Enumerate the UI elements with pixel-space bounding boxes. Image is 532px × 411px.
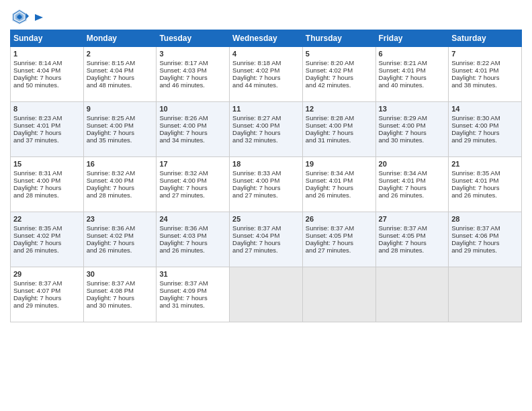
day-info: Sunset: 4:00 PM (87, 122, 154, 129)
table-row: 14Sunrise: 8:30 AMSunset: 4:00 PMDayligh… (449, 102, 522, 157)
day-info: Daylight: 7 hours (13, 184, 81, 191)
day-info: Daylight: 7 hours (87, 184, 154, 191)
day-info: Sunset: 4:04 PM (13, 66, 81, 74)
day-number: 13 (379, 105, 446, 113)
page-header (10, 7, 522, 26)
day-info: and 28 minutes. (13, 191, 81, 199)
day-info: Daylight: 7 hours (232, 129, 300, 136)
day-info: Daylight: 7 hours (451, 74, 519, 81)
col-thursday: Thursday (302, 30, 375, 47)
table-row: 6Sunrise: 8:21 AMSunset: 4:01 PMDaylight… (375, 47, 449, 102)
table-row: 13Sunrise: 8:29 AMSunset: 4:00 PMDayligh… (375, 102, 449, 157)
day-info: Sunset: 4:01 PM (451, 66, 519, 74)
col-saturday: Saturday (449, 30, 522, 47)
day-info: and 27 minutes. (232, 191, 300, 199)
day-info: and 31 minutes. (159, 302, 226, 309)
day-info: Daylight: 7 hours (379, 129, 446, 136)
day-info: Sunrise: 8:30 AM (451, 114, 519, 122)
calendar-header-row: Sunday Monday Tuesday Wednesday Thursday… (11, 30, 522, 47)
day-info: and 46 minutes. (159, 81, 226, 89)
day-info: Sunset: 4:00 PM (87, 177, 154, 184)
day-info: Daylight: 7 hours (306, 129, 373, 136)
day-info: Daylight: 7 hours (451, 239, 519, 246)
table-row: 4Sunrise: 8:18 AMSunset: 4:02 PMDaylight… (230, 47, 303, 102)
day-info: Sunrise: 8:20 AM (306, 59, 373, 66)
table-row: 12Sunrise: 8:28 AMSunset: 4:00 PMDayligh… (302, 102, 375, 157)
col-sunday: Sunday (11, 30, 84, 47)
day-info: Sunset: 4:01 PM (451, 177, 519, 184)
day-info: Daylight: 7 hours (379, 239, 446, 246)
logo-text-block (32, 11, 45, 21)
table-row (449, 267, 522, 322)
day-info: Sunset: 4:02 PM (232, 66, 300, 74)
day-info: and 34 minutes. (159, 136, 226, 144)
day-info: Sunrise: 8:35 AM (13, 224, 81, 232)
day-info: Sunset: 4:02 PM (13, 232, 81, 239)
day-info: Sunset: 4:00 PM (13, 177, 81, 184)
day-info: and 42 minutes. (306, 81, 373, 89)
day-info: Sunrise: 8:31 AM (13, 169, 81, 177)
day-info: and 28 minutes. (379, 246, 446, 254)
day-info: Sunrise: 8:37 AM (13, 279, 81, 287)
day-info: Daylight: 7 hours (451, 129, 519, 136)
day-number: 11 (232, 105, 300, 113)
table-row: 20Sunrise: 8:34 AMSunset: 4:01 PMDayligh… (375, 157, 449, 212)
day-info: Sunrise: 8:28 AM (306, 114, 373, 122)
logo-arrow-icon (33, 11, 45, 24)
day-info: Daylight: 7 hours (232, 239, 300, 246)
day-number: 3 (159, 50, 226, 58)
day-info: and 50 minutes. (13, 81, 81, 89)
table-row: 17Sunrise: 8:32 AMSunset: 4:00 PMDayligh… (157, 157, 230, 212)
day-info: Sunset: 4:00 PM (379, 122, 446, 129)
col-tuesday: Tuesday (157, 30, 230, 47)
day-info: and 26 minutes. (379, 191, 446, 199)
col-monday: Monday (83, 30, 157, 47)
day-info: Daylight: 7 hours (306, 74, 373, 81)
day-number: 30 (87, 270, 154, 278)
day-info: and 27 minutes. (232, 246, 300, 254)
day-number: 24 (159, 215, 226, 223)
table-row: 5Sunrise: 8:20 AMSunset: 4:02 PMDaylight… (302, 47, 375, 102)
day-number: 23 (87, 215, 154, 223)
day-info: Sunrise: 8:27 AM (232, 114, 300, 122)
logo (10, 7, 45, 26)
day-info: Sunset: 4:02 PM (87, 232, 154, 239)
day-info: Sunrise: 8:22 AM (451, 59, 519, 66)
day-info: Sunrise: 8:21 AM (379, 59, 446, 66)
table-row: 25Sunrise: 8:37 AMSunset: 4:04 PMDayligh… (230, 212, 303, 267)
day-info: Sunrise: 8:37 AM (87, 279, 154, 287)
day-info: Sunset: 4:00 PM (306, 122, 373, 129)
day-info: and 27 minutes. (159, 191, 226, 199)
day-number: 16 (87, 160, 154, 168)
table-row: 30Sunrise: 8:37 AMSunset: 4:08 PMDayligh… (83, 267, 157, 322)
day-number: 20 (379, 160, 446, 168)
day-info: Daylight: 7 hours (87, 74, 154, 81)
day-info: Sunrise: 8:15 AM (87, 59, 154, 66)
calendar-week-row: 29Sunrise: 8:37 AMSunset: 4:07 PMDayligh… (11, 267, 522, 322)
col-friday: Friday (375, 30, 449, 47)
day-info: Sunrise: 8:37 AM (306, 224, 373, 232)
table-row: 7Sunrise: 8:22 AMSunset: 4:01 PMDaylight… (449, 47, 522, 102)
day-info: Sunrise: 8:36 AM (87, 224, 154, 232)
day-info: Sunrise: 8:34 AM (306, 169, 373, 177)
day-info: and 40 minutes. (379, 81, 446, 89)
day-number: 4 (232, 50, 300, 58)
day-info: Daylight: 7 hours (379, 74, 446, 81)
day-info: and 29 minutes. (451, 136, 519, 144)
calendar-week-row: 15Sunrise: 8:31 AMSunset: 4:00 PMDayligh… (11, 157, 522, 212)
day-info: and 30 minutes. (87, 302, 154, 309)
day-number: 28 (451, 215, 519, 223)
day-info: Daylight: 7 hours (379, 184, 446, 191)
table-row: 27Sunrise: 8:37 AMSunset: 4:05 PMDayligh… (375, 212, 449, 267)
day-info: and 48 minutes. (87, 81, 154, 89)
day-info: Sunset: 4:05 PM (379, 232, 446, 239)
day-number: 14 (451, 105, 519, 113)
day-info: Sunset: 4:03 PM (159, 232, 226, 239)
day-info: Sunrise: 8:36 AM (159, 224, 226, 232)
day-info: Sunset: 4:04 PM (87, 66, 154, 74)
day-info: Sunset: 4:01 PM (306, 177, 373, 184)
day-info: Sunset: 4:00 PM (159, 177, 226, 184)
day-info: Sunset: 4:01 PM (379, 66, 446, 74)
day-info: Daylight: 7 hours (159, 74, 226, 81)
day-number: 22 (13, 215, 81, 223)
